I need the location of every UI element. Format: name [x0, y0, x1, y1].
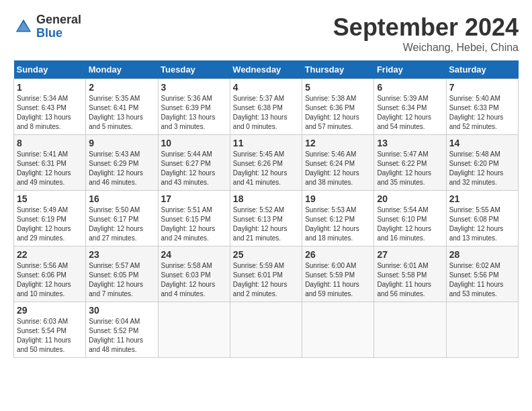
- logo-blue: Blue: [36, 27, 81, 40]
- day-number: 29: [17, 305, 83, 316]
- day-number: 13: [377, 138, 443, 148]
- calendar-cell: 12 Sunrise: 5:46 AMSunset: 6:24 PMDaylig…: [302, 135, 374, 191]
- calendar-cell: [374, 302, 446, 358]
- day-number: 8: [17, 138, 83, 148]
- calendar-cell: 4 Sunrise: 5:37 AMSunset: 6:38 PMDayligh…: [230, 79, 302, 135]
- calendar-cell: 2 Sunrise: 5:35 AMSunset: 6:41 PMDayligh…: [86, 79, 158, 135]
- calendar-cell: 15 Sunrise: 5:49 AMSunset: 6:19 PMDaylig…: [14, 191, 86, 246]
- day-content: Sunrise: 6:02 AMSunset: 5:56 PMDaylight:…: [449, 261, 515, 299]
- calendar-cell: 13 Sunrise: 5:47 AMSunset: 6:22 PMDaylig…: [374, 135, 446, 191]
- day-content: Sunrise: 5:55 AMSunset: 6:08 PMDaylight:…: [449, 205, 515, 243]
- calendar-cell: 9 Sunrise: 5:43 AMSunset: 6:29 PMDayligh…: [86, 135, 158, 191]
- day-number: 15: [17, 193, 83, 204]
- day-content: Sunrise: 5:35 AMSunset: 6:41 PMDaylight:…: [89, 94, 154, 132]
- day-content: Sunrise: 6:01 AMSunset: 5:58 PMDaylight:…: [377, 261, 443, 299]
- day-number: 25: [233, 249, 299, 260]
- day-number: 19: [305, 193, 371, 204]
- month-title: September 2024: [333, 13, 519, 42]
- calendar-cell: 23 Sunrise: 5:57 AMSunset: 6:05 PMDaylig…: [86, 246, 158, 302]
- logo-icon: [13, 17, 34, 37]
- calendar-cell: [230, 302, 302, 358]
- calendar-cell: [446, 302, 518, 358]
- day-content: Sunrise: 6:00 AMSunset: 5:59 PMDaylight:…: [305, 261, 371, 299]
- calendar-week-row: 8 Sunrise: 5:41 AMSunset: 6:31 PMDayligh…: [14, 135, 519, 191]
- calendar-week-row: 1 Sunrise: 5:34 AMSunset: 6:43 PMDayligh…: [14, 79, 519, 135]
- header-tuesday: Tuesday: [158, 60, 230, 79]
- calendar-cell: 20 Sunrise: 5:54 AMSunset: 6:10 PMDaylig…: [374, 191, 446, 246]
- day-number: 16: [89, 193, 154, 204]
- calendar-cell: 1 Sunrise: 5:34 AMSunset: 6:43 PMDayligh…: [14, 79, 86, 135]
- header-sunday: Sunday: [14, 60, 86, 79]
- day-number: 14: [449, 138, 515, 148]
- day-number: 20: [377, 193, 443, 204]
- day-content: Sunrise: 5:41 AMSunset: 6:31 PMDaylight:…: [17, 150, 83, 187]
- calendar-cell: 7 Sunrise: 5:40 AMSunset: 6:33 PMDayligh…: [446, 79, 518, 135]
- calendar-cell: 16 Sunrise: 5:50 AMSunset: 6:17 PMDaylig…: [86, 191, 158, 246]
- day-content: Sunrise: 5:44 AMSunset: 6:27 PMDaylight:…: [161, 150, 227, 187]
- day-number: 23: [89, 249, 154, 260]
- day-content: Sunrise: 5:46 AMSunset: 6:24 PMDaylight:…: [305, 150, 371, 187]
- logo-general: General: [36, 13, 81, 27]
- day-number: 12: [305, 138, 371, 148]
- day-number: 11: [233, 138, 299, 148]
- day-content: Sunrise: 5:51 AMSunset: 6:15 PMDaylight:…: [161, 205, 227, 243]
- calendar-cell: 21 Sunrise: 5:55 AMSunset: 6:08 PMDaylig…: [446, 191, 518, 246]
- day-content: Sunrise: 5:52 AMSunset: 6:13 PMDaylight:…: [233, 205, 299, 243]
- calendar-table: Sunday Monday Tuesday Wednesday Thursday…: [13, 60, 519, 358]
- calendar-cell: 5 Sunrise: 5:38 AMSunset: 6:36 PMDayligh…: [302, 79, 374, 135]
- header-friday: Friday: [374, 60, 446, 79]
- calendar-week-row: 22 Sunrise: 5:56 AMSunset: 6:06 PMDaylig…: [14, 246, 519, 302]
- day-number: 17: [161, 193, 227, 204]
- day-content: Sunrise: 5:49 AMSunset: 6:19 PMDaylight:…: [17, 205, 83, 243]
- calendar-cell: 29 Sunrise: 6:03 AMSunset: 5:54 PMDaylig…: [14, 302, 86, 358]
- calendar-cell: 11 Sunrise: 5:45 AMSunset: 6:26 PMDaylig…: [230, 135, 302, 191]
- header-saturday: Saturday: [446, 60, 518, 79]
- header-thursday: Thursday: [302, 60, 374, 79]
- day-content: Sunrise: 5:45 AMSunset: 6:26 PMDaylight:…: [233, 150, 299, 187]
- day-content: Sunrise: 6:04 AMSunset: 5:52 PMDaylight:…: [89, 317, 154, 355]
- logo-text: General Blue: [36, 13, 81, 40]
- day-content: Sunrise: 5:48 AMSunset: 6:20 PMDaylight:…: [449, 150, 515, 187]
- page-header: General Blue September 2024 Weichang, He…: [13, 13, 519, 54]
- calendar-cell: 3 Sunrise: 5:36 AMSunset: 6:39 PMDayligh…: [158, 79, 230, 135]
- day-content: Sunrise: 5:56 AMSunset: 6:06 PMDaylight:…: [17, 261, 83, 299]
- calendar-week-row: 15 Sunrise: 5:49 AMSunset: 6:19 PMDaylig…: [14, 191, 519, 246]
- header-monday: Monday: [86, 60, 158, 79]
- calendar-cell: [158, 302, 230, 358]
- calendar-cell: [302, 302, 374, 358]
- day-number: 18: [233, 193, 299, 204]
- day-content: Sunrise: 5:59 AMSunset: 6:01 PMDaylight:…: [233, 261, 299, 299]
- location: Weichang, Hebei, China: [333, 42, 519, 54]
- title-block: September 2024 Weichang, Hebei, China: [333, 13, 519, 54]
- day-number: 6: [377, 82, 443, 93]
- day-content: Sunrise: 5:47 AMSunset: 6:22 PMDaylight:…: [377, 150, 443, 187]
- day-content: Sunrise: 6:03 AMSunset: 5:54 PMDaylight:…: [17, 317, 83, 355]
- day-number: 3: [161, 82, 227, 93]
- calendar-cell: 10 Sunrise: 5:44 AMSunset: 6:27 PMDaylig…: [158, 135, 230, 191]
- calendar-cell: 26 Sunrise: 6:00 AMSunset: 5:59 PMDaylig…: [302, 246, 374, 302]
- day-content: Sunrise: 5:43 AMSunset: 6:29 PMDaylight:…: [89, 150, 154, 187]
- calendar-cell: 27 Sunrise: 6:01 AMSunset: 5:58 PMDaylig…: [374, 246, 446, 302]
- calendar-cell: 28 Sunrise: 6:02 AMSunset: 5:56 PMDaylig…: [446, 246, 518, 302]
- day-content: Sunrise: 5:50 AMSunset: 6:17 PMDaylight:…: [89, 205, 154, 243]
- header-wednesday: Wednesday: [230, 60, 302, 79]
- calendar-cell: 17 Sunrise: 5:51 AMSunset: 6:15 PMDaylig…: [158, 191, 230, 246]
- day-number: 1: [17, 82, 83, 93]
- day-content: Sunrise: 5:34 AMSunset: 6:43 PMDaylight:…: [17, 94, 83, 132]
- day-number: 9: [89, 138, 154, 148]
- day-number: 28: [449, 249, 515, 260]
- calendar-cell: 25 Sunrise: 5:59 AMSunset: 6:01 PMDaylig…: [230, 246, 302, 302]
- calendar-week-row: 29 Sunrise: 6:03 AMSunset: 5:54 PMDaylig…: [14, 302, 519, 358]
- day-number: 5: [305, 82, 371, 93]
- day-content: Sunrise: 5:37 AMSunset: 6:38 PMDaylight:…: [233, 94, 299, 132]
- calendar-cell: 24 Sunrise: 5:58 AMSunset: 6:03 PMDaylig…: [158, 246, 230, 302]
- day-content: Sunrise: 5:39 AMSunset: 6:34 PMDaylight:…: [377, 94, 443, 132]
- calendar-cell: 6 Sunrise: 5:39 AMSunset: 6:34 PMDayligh…: [374, 79, 446, 135]
- calendar-cell: 14 Sunrise: 5:48 AMSunset: 6:20 PMDaylig…: [446, 135, 518, 191]
- day-content: Sunrise: 5:38 AMSunset: 6:36 PMDaylight:…: [305, 94, 371, 132]
- day-content: Sunrise: 5:53 AMSunset: 6:12 PMDaylight:…: [305, 205, 371, 243]
- day-number: 26: [305, 249, 371, 260]
- calendar-cell: 22 Sunrise: 5:56 AMSunset: 6:06 PMDaylig…: [14, 246, 86, 302]
- weekday-header-row: Sunday Monday Tuesday Wednesday Thursday…: [14, 60, 519, 79]
- day-number: 7: [449, 82, 515, 93]
